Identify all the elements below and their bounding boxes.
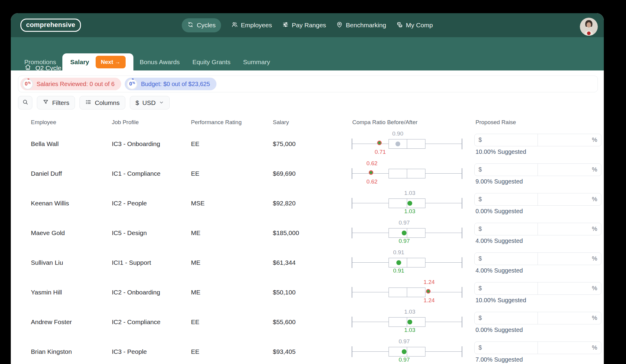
raise-percent-segment: %	[538, 282, 601, 294]
raise-input-group: $%	[474, 134, 601, 146]
currency-select[interactable]: $ USD	[130, 96, 170, 109]
raise-percent-input[interactable]	[542, 166, 590, 173]
salary-value: $185,000	[273, 218, 299, 248]
raise-amount-input[interactable]	[482, 285, 534, 292]
range-median-line	[407, 169, 407, 178]
user-avatar[interactable]	[580, 18, 598, 36]
progress-badge: 0%	[23, 79, 32, 89]
raise-percent-segment: %	[538, 312, 601, 324]
nav-label: Cycles	[197, 22, 216, 29]
compa-after-label: 1.03	[404, 208, 415, 215]
raise-input-group: $%	[474, 163, 601, 176]
raise-percent-input[interactable]	[542, 285, 590, 292]
salary-value: $93,405	[273, 337, 296, 364]
tab-bonus-awards[interactable]: Bonus Awards	[133, 54, 186, 70]
employee-table: Bella WallIC3 - OnboardingEE$75,0000.900…	[11, 129, 604, 364]
tab-equity-grants[interactable]: Equity Grants	[186, 54, 237, 70]
nav-item-cycles[interactable]: Cycles	[182, 18, 221, 32]
raise-amount-input[interactable]	[482, 344, 534, 351]
compa-ratio-chart: 0.620.62	[352, 159, 462, 188]
compa-before-dot	[395, 142, 400, 146]
compa-before-label: 0.90	[392, 130, 403, 137]
tab-summary[interactable]: Summary	[237, 54, 276, 70]
nav-item-employees[interactable]: Employees	[231, 21, 272, 29]
dollar-prefix: $	[478, 255, 482, 262]
whisker-cap-left	[352, 168, 352, 179]
percent-suffix: %	[592, 315, 597, 321]
suggested-raise-label: 9.00% Suggested	[475, 178, 523, 185]
whisker-cap-right	[462, 317, 462, 327]
proposed-raise-cell: $%10.00% Suggested	[474, 129, 601, 159]
compa-after-label: 0.97	[399, 238, 410, 244]
job-profile: IC1 - Compliance	[112, 159, 160, 188]
filters-button[interactable]: Filters	[37, 96, 75, 109]
raise-amount-input[interactable]	[482, 225, 534, 232]
tab-salary[interactable]: Salary Next →	[62, 53, 133, 70]
employee-name: Sullivan Liu	[31, 248, 63, 277]
raise-amount-input[interactable]	[482, 255, 534, 262]
salary-value: $92,820	[273, 188, 296, 218]
raise-percent-input[interactable]	[542, 315, 590, 321]
raise-amount-segment: $	[475, 342, 538, 354]
dollar-prefix: $	[478, 136, 482, 143]
progress-ring: 0%	[22, 79, 33, 90]
employee-name: Bella Wall	[31, 129, 59, 159]
raise-percent-input[interactable]	[542, 255, 590, 262]
compa-after-dot	[426, 289, 431, 294]
compa-after-dot	[369, 170, 373, 175]
job-profile: IC2 - Compliance	[112, 307, 160, 337]
dollar-prefix: $	[478, 344, 482, 351]
percent-suffix: %	[592, 225, 597, 232]
compa-ratio-chart: 0.970.97	[352, 337, 462, 364]
performance-rating: ME	[191, 218, 201, 248]
raise-amount-segment: $	[475, 223, 538, 235]
raise-input-group: $%	[474, 282, 601, 295]
range-median-line	[407, 347, 407, 357]
employees-icon	[231, 21, 238, 29]
raise-amount-segment: $	[475, 282, 538, 294]
compa-ratio-chart: 1.031.03	[352, 307, 462, 337]
raise-amount-input[interactable]	[482, 166, 534, 173]
progress-unit: %	[28, 81, 31, 85]
compa-after-dot	[402, 231, 407, 235]
table-toolbar: Filters Columns $ USD	[18, 96, 170, 109]
dollar-prefix: $	[478, 166, 482, 173]
progress-ring: 0%	[127, 79, 138, 90]
performance-rating: MSE	[191, 188, 205, 218]
raise-percent-input[interactable]	[542, 225, 590, 232]
raise-percent-input[interactable]	[542, 344, 590, 351]
raise-amount-input[interactable]	[482, 315, 534, 321]
raise-percent-input[interactable]	[542, 196, 590, 203]
nav-item-my-comp[interactable]: My Comp	[396, 21, 433, 29]
job-profile: ICI1 - Support	[112, 248, 151, 277]
nav-item-benchmarking[interactable]: Benchmarking	[336, 21, 386, 29]
raise-amount-input[interactable]	[482, 136, 534, 143]
employee-name: Keenan Willis	[31, 188, 69, 218]
compa-after-label: 0.97	[399, 357, 410, 363]
raise-amount-segment: $	[475, 312, 538, 324]
columns-label: Columns	[95, 99, 120, 106]
raise-percent-segment: %	[538, 134, 601, 146]
compa-after-dot	[396, 260, 401, 265]
raise-percent-input[interactable]	[542, 136, 590, 143]
compa-before-label: 0.97	[399, 338, 410, 345]
compa-after-dot	[407, 320, 412, 324]
compa-after-label: 1.24	[424, 297, 435, 304]
header-salary: Salary	[273, 119, 289, 126]
dollar-prefix: $	[478, 315, 482, 321]
columns-button[interactable]: Columns	[79, 96, 125, 109]
raise-input-group: $%	[474, 312, 601, 324]
header-proposed-raise: Proposed Raise	[475, 119, 516, 126]
next-button[interactable]: Next →	[96, 56, 125, 68]
nav-item-pay-ranges[interactable]: Pay Ranges	[282, 21, 326, 29]
raise-amount-input[interactable]	[482, 196, 534, 203]
job-profile: IC5 - Design	[112, 218, 147, 248]
salary-value: $55,600	[273, 307, 296, 337]
job-profile: IC2 - Onboarding	[112, 277, 160, 307]
dollar-prefix: $	[478, 225, 482, 232]
salary-value: $69,690	[273, 159, 296, 188]
tab-promotions[interactable]: Promotions	[18, 54, 62, 70]
range-median-line	[407, 139, 407, 149]
search-button[interactable]	[18, 96, 32, 109]
compa-before-label: 0.62	[366, 160, 377, 167]
